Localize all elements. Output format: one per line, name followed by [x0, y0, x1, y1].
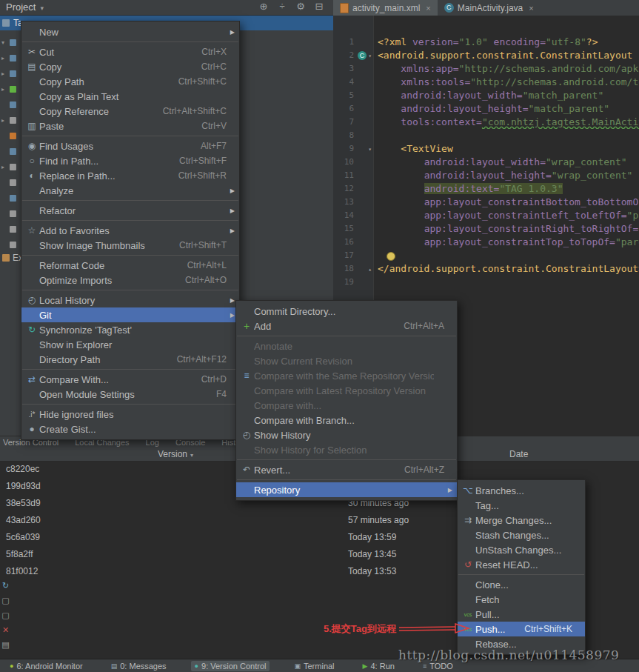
- menu-item-label: Compare with the Same Repository Version: [254, 370, 434, 382]
- code-token: "1.0": [459, 36, 488, 47]
- context-menu-item-refactor[interactable]: Refactor▶: [21, 203, 239, 218]
- vc-preview-icon[interactable]: ▢: [1, 596, 10, 605]
- project-view-selector[interactable]: Project▾: [6, 1, 44, 13]
- repository-submenu-item-tag[interactable]: Tag...: [458, 498, 585, 513]
- intention-bulb-icon[interactable]: [387, 252, 395, 261]
- context-menu-item-add-to-favorites[interactable]: ☆Add to Favorites▶: [21, 223, 239, 238]
- context-menu-item-git[interactable]: Git▶: [21, 307, 239, 322]
- add-icon: +: [239, 320, 254, 332]
- statusbar-6-android-monitor[interactable]: ●6: Android Monitor: [6, 661, 87, 671]
- chevron-down-icon: ▾: [40, 4, 44, 12]
- vc-refresh-icon[interactable]: ↻: [1, 581, 10, 591]
- code-token: ?>: [586, 36, 598, 47]
- context-menu-item-cut[interactable]: ✂CutCtrl+X: [21, 44, 239, 59]
- repository-submenu-item-rebase[interactable]: Rebase...: [458, 636, 585, 651]
- statusbar-todo[interactable]: ≡TODO: [419, 661, 457, 671]
- code-token: xmlns:tools=: [401, 76, 470, 87]
- flatten-packages-icon[interactable]: ÷: [276, 1, 288, 12]
- tree-item[interactable]: [0, 222, 21, 237]
- context-menu-item-create-gist[interactable]: ●Create Gist...: [21, 422, 239, 436]
- context-menu-item-compare-with[interactable]: ⇄Compare With...Ctrl+D: [21, 372, 239, 387]
- repository-submenu-item-branches[interactable]: ⌥Branches...: [458, 483, 585, 498]
- context-menu-item-show-in-explorer[interactable]: Show in Explorer: [21, 337, 239, 352]
- statusbar-9-version-control[interactable]: ●9: Version Control: [191, 661, 270, 671]
- tree-item[interactable]: [0, 97, 21, 113]
- context-menu-item-reformat-code[interactable]: Reformat CodeCtrl+Alt+L: [21, 258, 239, 273]
- menu-item-shortcut: Ctrl+Alt+O: [185, 275, 227, 285]
- statusbar-0-messages[interactable]: ▤0: Messages: [107, 661, 170, 671]
- code-token: android:text=: [424, 183, 500, 194]
- context-menu-item-copy-reference[interactable]: Copy ReferenceCtrl+Alt+Shift+C: [21, 104, 239, 119]
- fold-down-icon[interactable]: ▾: [368, 143, 372, 156]
- settings-gear-icon[interactable]: ⚙: [295, 1, 307, 12]
- tree-item[interactable]: ▾: [0, 35, 21, 50]
- statusbar-4-run[interactable]: ▶4: Run: [359, 661, 398, 671]
- git-submenu-item-show-current-revision: Show Current Revision: [236, 353, 457, 368]
- tree-item[interactable]: ▸: [0, 113, 21, 128]
- close-tab-icon[interactable]: ×: [529, 4, 533, 13]
- context-menu-item-find-usages[interactable]: ◉Find UsagesAlt+F7: [21, 139, 239, 153]
- editor-tab-activity-main-xml[interactable]: activity_main.xml×: [333, 0, 438, 16]
- context-menu-item-new[interactable]: New▶: [21, 24, 239, 39]
- repository-submenu-item-stash-changes[interactable]: Stash Changes...: [458, 528, 585, 542]
- tree-item[interactable]: [0, 144, 21, 159]
- git-submenu-item-repository[interactable]: Repository▶: [236, 482, 457, 497]
- context-menu-item-open-module-settings[interactable]: Open Module SettingsF4: [21, 387, 239, 402]
- tree-item[interactable]: [0, 190, 21, 206]
- tree-item-external-libraries[interactable]: Ex: [2, 253, 23, 263]
- context-menu-item-replace-in-path[interactable]: ◐Replace in Path...Ctrl+Shift+R: [21, 168, 239, 183]
- tree-item[interactable]: ▸: [0, 50, 21, 66]
- statusbar-terminal[interactable]: ▣Terminal: [290, 661, 338, 671]
- column-header-version[interactable]: Version▾: [158, 449, 193, 459]
- tree-item[interactable]: [0, 237, 21, 253]
- menu-item-label: Copy as Plain Text: [39, 91, 216, 102]
- vcs-icon: vcs: [461, 612, 475, 617]
- context-menu-item-optimize-imports[interactable]: Optimize ImportsCtrl+Alt+O: [21, 273, 239, 287]
- version-control-icon: ●: [195, 662, 198, 670]
- close-tab-icon[interactable]: ×: [426, 4, 430, 13]
- context-menu-item-show-image-thumbnails[interactable]: Show Image ThumbnailsCtrl+Shift+T: [21, 238, 239, 253]
- repository-submenu-item-push[interactable]: vcsPush...Ctrl+Shift+K: [458, 622, 585, 636]
- git-submenu-item-revert[interactable]: ↶Revert...Ctrl+Alt+Z: [236, 462, 457, 477]
- vc-settings-icon[interactable]: ▤: [1, 640, 10, 650]
- collapse-all-icon[interactable]: ⊟: [313, 1, 325, 12]
- tree-item[interactable]: [0, 175, 21, 190]
- repository-submenu-item-pull[interactable]: vcsPull...: [458, 607, 585, 622]
- repository-submenu-item-reset-head[interactable]: ↺Reset HEAD...: [458, 557, 585, 572]
- locate-icon[interactable]: ⊕: [258, 1, 270, 12]
- context-menu-item-directory-path[interactable]: Directory PathCtrl+Alt+F12: [21, 352, 239, 367]
- repository-submenu-item-merge-changes[interactable]: ⇉Merge Changes...: [458, 513, 585, 528]
- context-menu-item-copy-path[interactable]: Copy PathCtrl+Shift+C: [21, 74, 239, 89]
- fold-up-icon[interactable]: ▴: [368, 263, 372, 276]
- tree-item[interactable]: ▸: [0, 66, 21, 81]
- context-menu-item-copy-as-plain-text[interactable]: Copy as Plain Text: [21, 89, 239, 104]
- git-submenu-item-commit-directory[interactable]: Commit Directory...: [236, 304, 457, 319]
- context-menu-item-copy[interactable]: ▤CopyCtrl+C: [21, 59, 239, 74]
- vc-close-icon[interactable]: ✕: [1, 625, 10, 635]
- tree-item[interactable]: [0, 128, 21, 144]
- git-submenu-item-show-history[interactable]: ◴Show History: [236, 428, 457, 442]
- column-header-date[interactable]: Date: [509, 449, 528, 459]
- tree-item[interactable]: ▸: [0, 159, 21, 175]
- menu-item-label: Compare with Branch...: [254, 415, 434, 426]
- repository-submenu-item-unstash-changes[interactable]: UnStash Changes...: [458, 542, 585, 557]
- repository-submenu-item-clone[interactable]: Clone...: [458, 577, 585, 592]
- menu-item-shortcut: Ctrl+X: [201, 47, 227, 57]
- code-token: "match_parent": [529, 103, 610, 114]
- repository-submenu-item-fetch[interactable]: Fetch: [458, 592, 585, 607]
- context-menu-item-find-in-path[interactable]: ○Find in Path...Ctrl+Shift+F: [21, 153, 239, 168]
- vc-expand-icon[interactable]: ▢: [1, 611, 10, 620]
- tree-item[interactable]: [0, 206, 21, 222]
- git-submenu-item-compare-with-branch[interactable]: Compare with Branch...: [236, 413, 457, 428]
- git-submenu-item-add[interactable]: +AddCtrl+Alt+A: [236, 319, 457, 333]
- context-menu-item-hide-ignored-files[interactable]: .i*Hide ignored files: [21, 407, 239, 422]
- tree-item[interactable]: ▸: [0, 81, 21, 97]
- context-menu-item-analyze[interactable]: Analyze▶: [21, 183, 239, 198]
- context-menu-item-local-history[interactable]: ◴Local History▶: [21, 293, 239, 307]
- context-menu-item-paste[interactable]: ▥PasteCtrl+V: [21, 119, 239, 133]
- code-line: 7 tools:context="com.nhtzj.tagtest.MainA…: [333, 116, 639, 129]
- fold-down-icon[interactable]: ▾: [368, 50, 372, 63]
- editor-tab-mainactivity-java[interactable]: CMainActivity.java×: [438, 0, 541, 16]
- context-menu-item-synchronize-tagtest[interactable]: ↻Synchronize 'TagTest': [21, 322, 239, 337]
- reset-icon: ↺: [461, 559, 475, 570]
